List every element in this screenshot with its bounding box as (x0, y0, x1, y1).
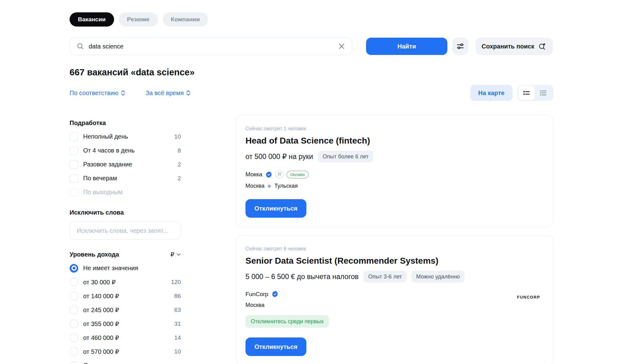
vacancy-title[interactable]: Head of Data Science (fintech) (245, 136, 542, 146)
search-box[interactable] (70, 38, 352, 55)
metro-line-icon (268, 185, 271, 188)
save-search-button[interactable]: Сохранить поиск (475, 38, 553, 55)
search-row: Найти Сохранить поиск (70, 38, 553, 55)
vacancy-salary: от 500 000 ₽ на руки (245, 153, 313, 161)
period-label: За всё время (146, 90, 184, 97)
remote-tag: Можно удалённо (411, 271, 464, 282)
filter-label: от 30 000 ₽ (83, 278, 116, 286)
filter-weekends: По выходным (70, 185, 181, 199)
vacancy-salary: 5 000 – 6 500 € до вычета налогов (245, 273, 359, 281)
search-input[interactable] (89, 43, 334, 50)
list-comfortable-icon (522, 89, 531, 97)
sort-by-period[interactable]: За всё время (146, 90, 190, 97)
vacancy-list: Сейчас смотрит 1 человек Head of Data Sc… (235, 115, 553, 364)
radio[interactable] (70, 347, 78, 356)
apply-button[interactable]: Откликнуться (245, 337, 306, 356)
filter-count: 8 (177, 147, 181, 154)
income-option-245000[interactable]: от 245 000 ₽ 63 (70, 303, 181, 317)
radio[interactable] (70, 361, 78, 364)
view-comfortable-button[interactable] (518, 86, 535, 100)
search-type-tabs: Вакансии Резюме Компании (70, 0, 553, 27)
income-option-any[interactable]: Не имеет значения (70, 261, 181, 275)
find-button[interactable]: Найти (366, 38, 447, 55)
sort-row: По соответствию За всё время На карте (70, 85, 553, 101)
income-option-140000[interactable]: от 140 000 ₽ 86 (70, 289, 181, 303)
vacancy-city: Москва (245, 183, 264, 189)
sort-arrows-icon (121, 90, 125, 96)
watching-count: Сейчас смотрит 1 человек (245, 126, 542, 132)
sort-by-label: По соответствию (70, 90, 118, 97)
clear-search-icon[interactable] (338, 43, 345, 50)
filter-label: от 245 000 ₽ (83, 306, 119, 314)
first-respond-badge: Откликнитесь среди первых (245, 315, 329, 328)
vacancy-card[interactable]: Сейчас смотрит 1 человек Head of Data Sc… (235, 115, 553, 227)
income-option-custom[interactable]: Своя зарплата (70, 358, 181, 364)
checkbox[interactable] (70, 132, 78, 141)
tab-resumes[interactable]: Резюме (119, 12, 158, 27)
parttime-section: Подработка Неполный день 10 От 4 часов в… (70, 119, 181, 199)
apply-button[interactable]: Откликнуться (245, 199, 306, 218)
checkbox[interactable] (70, 160, 78, 169)
online-badge: Онлайн (287, 171, 309, 178)
it-accredited-badge: IT (275, 170, 283, 178)
checkbox[interactable] (70, 146, 78, 155)
sort-by-relevance[interactable]: По соответствию (70, 90, 125, 97)
vacancy-title[interactable]: Senior Data Scientist (Recommender Syste… (245, 256, 542, 266)
filter-label: от 570 000 ₽ (83, 348, 119, 355)
chevron-down-icon (177, 253, 181, 256)
filter-count: 31 (174, 320, 181, 327)
search-heart-icon (538, 42, 547, 51)
list-compact-icon (539, 89, 547, 97)
company-logo: FUNCORP (517, 295, 540, 299)
income-option-355000[interactable]: от 355 000 ₽ 31 (70, 317, 181, 331)
radio[interactable] (70, 333, 78, 342)
search-icon (77, 43, 84, 50)
income-option-30000[interactable]: от 30 000 ₽ 120 (70, 275, 181, 289)
filter-count: 63 (174, 307, 181, 313)
filters-button[interactable] (452, 38, 468, 55)
filter-label: Неполный день (83, 133, 128, 140)
filter-parttime-day[interactable]: Неполный день 10 (70, 130, 181, 144)
radio[interactable] (70, 278, 78, 287)
exclude-words-section: Исключить слова (70, 209, 181, 240)
income-option-570000[interactable]: от 570 000 ₽ 10 (70, 345, 181, 358)
income-option-460000[interactable]: от 460 000 ₽ 14 (70, 331, 181, 345)
vacancy-city: Москва (245, 302, 264, 308)
map-view-button[interactable]: На карте (470, 85, 513, 101)
company-name[interactable]: Мокка (245, 171, 262, 178)
view-toggle (518, 85, 553, 101)
watching-count: Сейчас смотрят 6 человек (245, 246, 542, 252)
income-title: Уровень дохода (70, 251, 119, 258)
exclude-words-title: Исключить слова (70, 209, 181, 216)
filter-count: 86 (174, 293, 181, 299)
filter-label: По вечерам (83, 175, 117, 182)
income-section: Уровень дохода ₽ (70, 251, 181, 364)
radio[interactable] (70, 292, 78, 300)
radio[interactable] (70, 306, 78, 314)
currency-select[interactable]: ₽ (170, 251, 181, 258)
checkbox[interactable] (70, 174, 78, 183)
filter-onetime[interactable]: Разовое задание 2 (70, 157, 181, 171)
filter-label: От 4 часов в день (83, 147, 134, 154)
save-search-label: Сохранить поиск (482, 43, 534, 50)
radio-checked[interactable] (70, 264, 78, 273)
filters-sidebar: Подработка Неполный день 10 От 4 часов в… (70, 115, 181, 364)
filter-evenings[interactable]: По вечерам 2 (70, 171, 181, 185)
filter-count: 10 (174, 348, 181, 355)
exclude-words-input[interactable] (70, 222, 181, 240)
vacancy-card[interactable]: Сейчас смотрят 6 человек Senior Data Sci… (235, 235, 553, 364)
view-compact-button[interactable] (535, 86, 552, 100)
sliders-icon (456, 42, 464, 50)
company-name[interactable]: FunCorp (245, 291, 268, 298)
parttime-title: Подработка (70, 119, 181, 127)
filter-count: 120 (171, 279, 181, 286)
tab-companies[interactable]: Компании (163, 12, 208, 27)
filter-label: Не имеет значения (83, 265, 138, 272)
filter-label: Своя зарплата (83, 362, 126, 364)
vacancy-search-page: Вакансии Резюме Компании Найти (0, 0, 618, 364)
experience-tag: Опыт 3-6 лет (364, 271, 407, 282)
radio[interactable] (70, 320, 78, 328)
filter-label: от 355 000 ₽ (83, 320, 119, 328)
tab-vacancies[interactable]: Вакансии (70, 12, 114, 27)
filter-4hours[interactable]: От 4 часов в день 8 (70, 144, 181, 157)
